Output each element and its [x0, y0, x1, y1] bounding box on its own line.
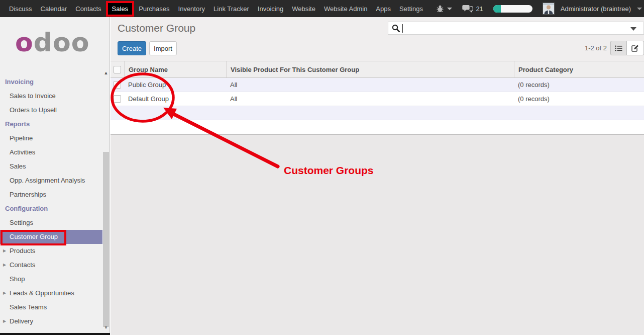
sidebar-item-contacts[interactable]: ▶Contacts	[0, 258, 102, 272]
sidebar-item-sales[interactable]: Sales	[0, 159, 102, 174]
column-header-group-name[interactable]: Group Name	[124, 61, 226, 77]
table-header-row: Group NameVisible Product For This Custo…	[111, 61, 644, 78]
nav-item-contacts[interactable]: Contacts	[75, 5, 101, 13]
nav-item-calendar[interactable]: Calendar	[41, 5, 67, 13]
nav-item-link-tracker[interactable]: Link Tracker	[213, 5, 249, 13]
message-count-badge[interactable]: 21	[476, 5, 483, 13]
column-header-product-category[interactable]: Product Category	[514, 61, 644, 77]
sidebar-item-settings[interactable]: Settings	[0, 216, 102, 230]
annotation-callout-text: Customer Groups	[284, 164, 374, 177]
view-switcher	[610, 41, 644, 55]
sidebar-item-label: Customer Group	[10, 233, 58, 240]
sidebar-item-delivery[interactable]: ▶Delivery	[0, 314, 102, 328]
table-empty-row	[111, 106, 644, 120]
create-button[interactable]: Create	[118, 41, 146, 55]
nav-item-website[interactable]: Website	[292, 5, 315, 13]
progress-pill	[493, 5, 532, 13]
expand-arrow-icon[interactable]: ▶	[3, 258, 6, 272]
sidebar-item-sales-to-invoice[interactable]: Sales to Invoice	[0, 89, 102, 103]
import-button[interactable]: Import	[149, 41, 177, 55]
topbar-right-cluster: 21 Administrator (braintree)	[436, 3, 644, 15]
sidebar-item-label: Pipeline	[10, 134, 33, 142]
sidebar-item-pipeline[interactable]: Pipeline	[0, 131, 102, 145]
sidebar-item-label: Delivery	[10, 317, 33, 325]
search-dropdown-caret-icon[interactable]	[630, 27, 636, 31]
user-caret-icon[interactable]	[637, 8, 642, 10]
sidebar-item-label: Partnerships	[10, 191, 46, 198]
column-header-visible-product-for-this-customer-group[interactable]: Visible Product For This Customer Group	[226, 61, 514, 77]
search-icon	[392, 24, 400, 35]
search-box[interactable]	[388, 22, 644, 35]
nav-item-purchases[interactable]: Purchases	[139, 5, 169, 13]
pager: 1-2 of 2	[585, 44, 607, 52]
nav-item-discuss[interactable]: Discuss	[9, 5, 32, 13]
odoo-logo-rest: doo	[34, 27, 90, 57]
odoo-logo-first-letter: o	[15, 27, 34, 57]
row-checkbox[interactable]	[114, 81, 121, 89]
debug-caret-icon[interactable]	[447, 8, 452, 10]
top-navbar: DiscussCalendarContactsSalesPurchasesInv…	[0, 0, 644, 17]
nav-item-invoicing[interactable]: Invoicing	[258, 5, 283, 13]
select-all-checkbox[interactable]	[114, 66, 121, 73]
user-menu[interactable]: Administrator (braintree)	[561, 5, 631, 13]
page-title: Customer Group	[118, 22, 195, 34]
table-cell: Default Group	[124, 95, 226, 103]
sidebar-item-label: Sales	[10, 162, 26, 170]
customer-group-list: Group NameVisible Product For This Custo…	[111, 61, 644, 135]
sidebar-item-activities[interactable]: Activities	[0, 145, 102, 159]
search-input[interactable]	[403, 23, 626, 34]
sidebar-section-reports: Reports	[0, 117, 102, 131]
sidebar-scrollbar-thumb[interactable]	[103, 152, 109, 327]
sidebar-item-leads-opportunities[interactable]: ▶Leads & Opportunities	[0, 286, 102, 300]
sidebar-scroll-down-icon[interactable]: ▼	[102, 325, 110, 330]
expand-arrow-icon[interactable]: ▶	[3, 286, 6, 300]
row-checkbox[interactable]	[114, 95, 121, 103]
row-checkbox-cell	[111, 81, 124, 89]
table-cell: Public Group	[124, 81, 226, 89]
bug-icon[interactable]	[436, 5, 444, 13]
table-row-default-group[interactable]: Default GroupAll(0 records)	[111, 92, 644, 106]
sidebar-scroll-up-icon[interactable]: ▲	[102, 70, 110, 75]
nav-item-sales[interactable]: Sales	[106, 1, 135, 17]
sidebar-item-shop[interactable]: Shop	[0, 272, 102, 286]
sidebar-section-configuration: Configuration	[0, 202, 102, 216]
sidebar-item-sales-teams[interactable]: Sales Teams	[0, 300, 102, 314]
sidebar-item-label: Shop	[10, 275, 25, 283]
sidebar-item-label: Sales to Invoice	[10, 92, 56, 100]
sidebar-item-products[interactable]: ▶Products	[0, 244, 102, 258]
nav-item-settings[interactable]: Settings	[399, 5, 423, 13]
content-area: Customer Group Create Import 1-2 of 2	[111, 17, 644, 335]
sidebar-menu: InvoicingSales to InvoiceOrders to Upsel…	[0, 75, 102, 328]
chat-bubbles-icon[interactable]	[462, 5, 473, 13]
form-view-button[interactable]	[627, 41, 644, 55]
select-all-cell	[111, 61, 124, 77]
list-view-button[interactable]	[610, 41, 627, 55]
sidebar-item-customer-group[interactable]: Customer Group	[0, 230, 102, 244]
sidebar-item-label: Opp. Assignment Analysis	[10, 177, 85, 184]
sidebar-item-label: Settings	[10, 219, 33, 226]
sidebar-item-label: Activities	[10, 148, 35, 156]
table-cell: (0 records)	[514, 81, 644, 89]
odoo-logo: odoo	[15, 29, 89, 55]
table-row-public-group[interactable]: Public GroupAll(0 records)	[111, 78, 644, 92]
sidebar-section-invoicing: Invoicing	[0, 75, 102, 89]
sidebar-item-label: Products	[10, 247, 35, 255]
sidebar-item-partnerships[interactable]: Partnerships	[0, 188, 102, 202]
main-menu: DiscussCalendarContactsSalesPurchasesInv…	[0, 1, 423, 17]
progress-pill-fill	[493, 5, 501, 13]
nav-item-website-admin[interactable]: Website Admin	[324, 5, 367, 13]
nav-item-apps[interactable]: Apps	[376, 5, 391, 13]
odoo-app-window: DiscussCalendarContactsSalesPurchasesInv…	[0, 0, 644, 335]
expand-arrow-icon[interactable]: ▶	[3, 244, 6, 258]
table-cell: All	[226, 81, 514, 89]
table-empty-row	[111, 120, 644, 134]
user-avatar[interactable]	[543, 3, 555, 15]
sidebar-item-label: Orders to Upsell	[10, 106, 57, 114]
expand-arrow-icon[interactable]: ▶	[3, 314, 6, 328]
text-cursor	[402, 24, 403, 33]
sidebar-item-label: Sales Teams	[10, 303, 47, 311]
sidebar-item-orders-to-upsell[interactable]: Orders to Upsell	[0, 103, 102, 117]
sidebar-item-label: Leads & Opportunities	[10, 289, 74, 297]
nav-item-inventory[interactable]: Inventory	[178, 5, 205, 13]
sidebar-item-opp-assignment-analysis[interactable]: Opp. Assignment Analysis	[0, 174, 102, 188]
